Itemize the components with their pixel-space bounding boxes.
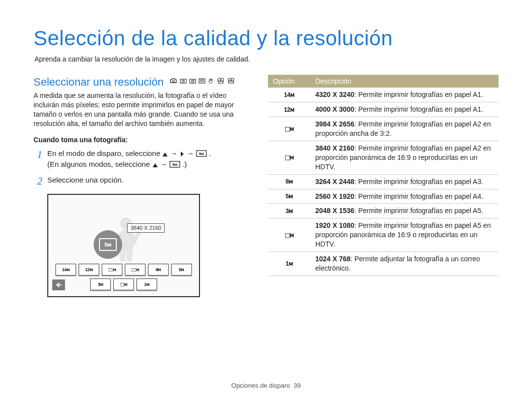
svg-rect-3 xyxy=(190,79,196,83)
video-icon xyxy=(217,78,225,86)
step1-paren-a: (En algunos modos, seleccione xyxy=(47,160,152,168)
up-triangle-icon xyxy=(162,150,168,159)
smart-video-icon xyxy=(227,78,235,86)
svg-point-7 xyxy=(218,78,221,81)
svg-text:9ᴍ: 9ᴍ xyxy=(172,162,177,167)
resolution-box-icon-2: 9ᴍ xyxy=(169,160,180,170)
photo-subheading: Cuando toma una fotografía: xyxy=(33,135,250,145)
resolution-description: : Permite imprimir fotografías en papel … xyxy=(354,178,483,185)
footer-section: Opciones de disparo xyxy=(232,382,290,389)
resolution-chips-row-1: 14ᴍ 12ᴍ ⬚ᴍ ⬚ᴍ 8ᴍ 5ᴍ xyxy=(56,264,192,276)
hand-icon xyxy=(208,78,214,86)
section-title-text: Seleccionar una resolución xyxy=(33,75,164,90)
table-row: 1ᴍ1024 X 768: Permite adjuntar la fotogr… xyxy=(268,252,499,276)
option-icon-cell: 14ᴍ xyxy=(268,88,310,102)
chip-3m[interactable]: 3ᴍ xyxy=(90,278,111,290)
resolution-description: : Permite imprimir fotografías en papel … xyxy=(354,207,483,215)
section-paragraph: A medida que se aumenta la resolución, l… xyxy=(33,91,250,128)
chip-wide-b[interactable]: ⬚ᴍ xyxy=(125,264,146,276)
step1-arrow-2: → xyxy=(187,149,196,157)
svg-rect-9 xyxy=(218,81,223,83)
resolution-description: : Permite imprimir fotografías en papel … xyxy=(354,105,483,113)
manual-page: Selección de la calidad y la resolución … xyxy=(0,0,532,401)
chip-8m[interactable]: 8ᴍ xyxy=(148,264,169,276)
option-icon-cell: 8ᴍ xyxy=(268,174,310,189)
resolution-value: 4000 X 3000 xyxy=(315,105,354,113)
svg-rect-12 xyxy=(229,81,233,83)
resolution-value: 1920 X 1080 xyxy=(315,221,354,229)
table-row: 12ᴍ4000 X 3000: Permite imprimir fotogra… xyxy=(268,102,499,117)
option-description-cell: 3840 X 2160: Permite imprimir fotografía… xyxy=(310,141,499,175)
option-description-cell: 2560 X 1920: Permite imprimir fotografía… xyxy=(310,189,499,204)
selected-resolution-circle: 9ᴍ xyxy=(94,230,122,259)
option-description-cell: 3984 X 2656: Permite imprimir fotografía… xyxy=(310,117,499,141)
back-button[interactable] xyxy=(52,279,65,290)
step1-paren-arrow: → xyxy=(160,160,169,168)
option-icon-cell: ⬚ᴍ xyxy=(268,117,310,141)
option-icon-cell: ⬚ᴍ xyxy=(268,218,310,252)
option-icon-cell: ⬚ᴍ xyxy=(268,141,310,175)
step-1-text: En el modo de disparo, seleccione → → 9ᴍ… xyxy=(47,149,250,171)
resolution-value: 4320 X 3240 xyxy=(315,91,354,98)
table-row: 5ᴍ2560 X 1920: Permite imprimir fotograf… xyxy=(268,189,499,204)
table-row: 8ᴍ3264 X 2448: Permite imprimir fotograf… xyxy=(268,174,499,189)
chip-2m[interactable]: ⬚ᴍ xyxy=(113,278,134,290)
svg-point-5 xyxy=(194,80,195,81)
chip-1m[interactable]: 1ᴍ xyxy=(136,278,157,290)
step-2-text: Seleccione una opción. xyxy=(47,175,250,187)
right-chevron-icon xyxy=(180,150,185,159)
option-description-cell: 4320 X 3240: Permite imprimir fotografía… xyxy=(310,88,499,102)
resolution-value: 1024 X 768 xyxy=(315,255,351,263)
step-1-number: 1 xyxy=(33,149,42,171)
resolution-description: : Permite imprimir fotografías en papel … xyxy=(354,91,483,98)
resolution-tooltip: 3840 X 2160 xyxy=(127,223,165,233)
resolution-value: 2048 X 1536 xyxy=(315,207,354,215)
chip-wide-a[interactable]: ⬚ᴍ xyxy=(102,264,123,276)
steps-list: 1 En el modo de disparo, seleccione → → … xyxy=(33,149,250,187)
option-description-cell: 1024 X 768: Permite adjuntar la fotograf… xyxy=(310,252,499,276)
scene-icon xyxy=(199,78,205,86)
lcd-preview: 3840 X 2160 9ᴍ 14ᴍ 12ᴍ ⬚ᴍ ⬚ᴍ 8ᴍ 5ᴍ 3ᴍ ⬚ᴍ… xyxy=(47,194,200,297)
option-icon-cell: 5ᴍ xyxy=(268,189,310,204)
mode-icons-group xyxy=(169,78,235,86)
step-2-number: 2 xyxy=(33,175,42,187)
left-column: Seleccionar una resolución xyxy=(33,75,250,298)
resolution-value: 3264 X 2448 xyxy=(315,178,354,185)
step1-paren-close: .) xyxy=(182,160,187,168)
page-footer: Opciones de disparo 39 xyxy=(0,381,532,390)
step1-part-a: En el modo de disparo, seleccione xyxy=(47,149,162,157)
footer-page-number: 39 xyxy=(294,382,300,389)
table-row: ⬚ᴍ3840 X 2160: Permite imprimir fotograf… xyxy=(268,141,499,175)
step-1: 1 En el modo de disparo, seleccione → → … xyxy=(33,149,250,171)
step1-arrow-1: → xyxy=(170,149,180,157)
camera-icon xyxy=(180,78,187,86)
resolution-box-icon: 9ᴍ xyxy=(196,150,207,159)
table-row: ⬚ᴍ3984 X 2656: Permite imprimir fotograf… xyxy=(268,117,499,141)
right-column: Opción Descripción 14ᴍ4320 X 3240: Permi… xyxy=(268,75,499,298)
section-title: Seleccionar una resolución xyxy=(33,75,250,90)
resolution-value: 3984 X 2656 xyxy=(315,120,354,128)
option-description-cell: 1920 X 1080: Permite imprimir fotografía… xyxy=(310,218,499,252)
svg-text:9ᴍ: 9ᴍ xyxy=(199,152,204,156)
option-description-cell: 2048 X 1536: Permite imprimir fotografía… xyxy=(310,204,499,218)
option-description-cell: 3264 X 2448: Permite imprimir fotografía… xyxy=(310,174,499,189)
option-description-cell: 4000 X 3000: Permite imprimir fotografía… xyxy=(310,102,499,117)
svg-rect-1 xyxy=(180,79,186,83)
resolution-table: Opción Descripción 14ᴍ4320 X 3240: Permi… xyxy=(268,75,499,276)
svg-point-4 xyxy=(192,80,194,82)
chip-5m[interactable]: 5ᴍ xyxy=(171,264,192,276)
up-triangle-icon-2 xyxy=(152,160,158,170)
table-row: ⬚ᴍ1920 X 1080: Permite imprimir fotograf… xyxy=(268,218,499,252)
chip-14m[interactable]: 14ᴍ xyxy=(56,264,76,276)
step1-dot: . xyxy=(209,149,211,157)
option-icon-cell: 3ᴍ xyxy=(268,204,310,218)
th-description: Descripción xyxy=(310,75,499,88)
svg-point-0 xyxy=(172,80,174,82)
table-row: 3ᴍ2048 X 1536: Permite imprimir fotograf… xyxy=(268,204,499,218)
chip-12m[interactable]: 12ᴍ xyxy=(79,264,100,276)
option-icon-cell: 12ᴍ xyxy=(268,102,310,117)
svg-point-10 xyxy=(228,78,231,81)
resolution-description: : Permite imprimir fotografías en papel … xyxy=(354,192,483,200)
selected-resolution-label: 9ᴍ xyxy=(99,238,117,251)
page-title: Selección de la calidad y la resolución xyxy=(33,25,499,53)
